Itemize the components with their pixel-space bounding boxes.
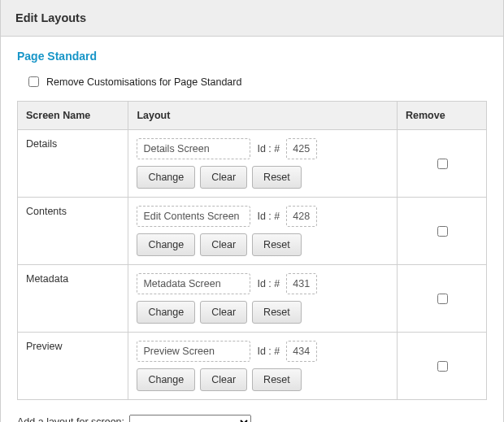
- screen-name-cell: Preview: [18, 333, 128, 400]
- layout-cell: Id : # Change Clear Reset: [128, 333, 398, 400]
- add-layout-label: Add a layout for screen:: [17, 416, 124, 422]
- change-button[interactable]: Change: [137, 233, 195, 256]
- remove-row-checkbox[interactable]: [437, 226, 448, 237]
- screen-name-cell: Metadata: [18, 265, 128, 333]
- layout-id-input[interactable]: [286, 341, 317, 362]
- reset-button[interactable]: Reset: [252, 233, 302, 256]
- screen-name-cell: Details: [18, 130, 128, 198]
- clear-button[interactable]: Clear: [200, 166, 247, 189]
- reset-button[interactable]: Reset: [252, 301, 302, 324]
- layout-name-input[interactable]: [137, 206, 250, 227]
- col-header-remove: Remove: [398, 102, 487, 130]
- layout-name-input[interactable]: [137, 138, 250, 159]
- clear-button[interactable]: Clear: [200, 368, 247, 391]
- remove-customisations-label: Remove Customisations for Page Standard: [46, 76, 241, 88]
- table-row: Details Id : # Change Clear Reset: [18, 130, 487, 198]
- layout-cell: Id : # Change Clear Reset: [128, 198, 398, 265]
- section-title: Page Standard: [1, 37, 503, 71]
- clear-button[interactable]: Clear: [200, 233, 247, 256]
- id-label: Id : #: [257, 278, 280, 289]
- add-layout-select[interactable]: [129, 415, 251, 422]
- layout-id-input[interactable]: [286, 138, 317, 159]
- layout-cell: Id : # Change Clear Reset: [128, 265, 398, 333]
- layout-cell: Id : # Change Clear Reset: [128, 130, 398, 198]
- panel-title: Edit Layouts: [1, 0, 503, 37]
- screen-name-cell: Contents: [18, 198, 128, 265]
- layout-name-input[interactable]: [137, 341, 250, 362]
- remove-customisations-row: Remove Customisations for Page Standard: [1, 71, 503, 101]
- id-label: Id : #: [257, 211, 280, 222]
- remove-row-checkbox[interactable]: [437, 294, 448, 304]
- reset-button[interactable]: Reset: [252, 368, 302, 391]
- layout-id-input[interactable]: [286, 206, 317, 227]
- layout-id-input[interactable]: [286, 273, 317, 294]
- col-header-screen-name: Screen Name: [18, 102, 128, 130]
- table-row: Metadata Id : # Change Clear Reset: [18, 265, 487, 333]
- table-row: Preview Id : # Change Clear Reset: [18, 333, 487, 400]
- table-row: Contents Id : # Change Clear Reset: [18, 198, 487, 265]
- add-layout-row: Add a layout for screen:: [1, 400, 503, 422]
- col-header-layout: Layout: [128, 102, 398, 130]
- reset-button[interactable]: Reset: [252, 166, 302, 189]
- change-button[interactable]: Change: [137, 368, 195, 391]
- edit-layouts-panel: Edit Layouts Page Standard Remove Custom…: [0, 0, 504, 422]
- remove-row-checkbox[interactable]: [437, 159, 448, 169]
- clear-button[interactable]: Clear: [200, 301, 247, 324]
- remove-row-checkbox[interactable]: [437, 361, 448, 372]
- layouts-table: Screen Name Layout Remove Details Id : #…: [17, 101, 487, 400]
- id-label: Id : #: [257, 346, 280, 357]
- change-button[interactable]: Change: [137, 301, 195, 324]
- layout-name-input[interactable]: [137, 273, 250, 294]
- remove-customisations-checkbox[interactable]: [28, 76, 39, 87]
- id-label: Id : #: [257, 143, 280, 154]
- change-button[interactable]: Change: [137, 166, 195, 189]
